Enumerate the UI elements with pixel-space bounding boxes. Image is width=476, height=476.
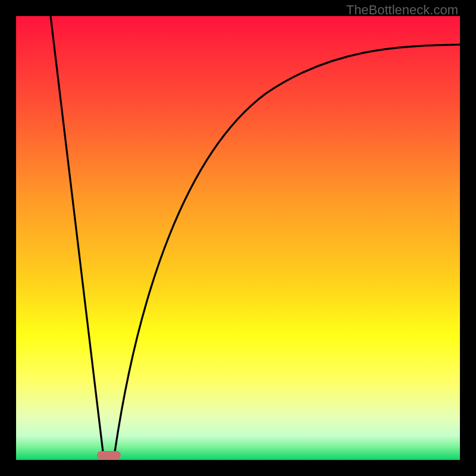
bottleneck-curve (16, 16, 460, 460)
optimum-marker (97, 451, 121, 459)
plot-frame (16, 16, 460, 460)
watermark-text: TheBottleneck.com (346, 2, 458, 18)
